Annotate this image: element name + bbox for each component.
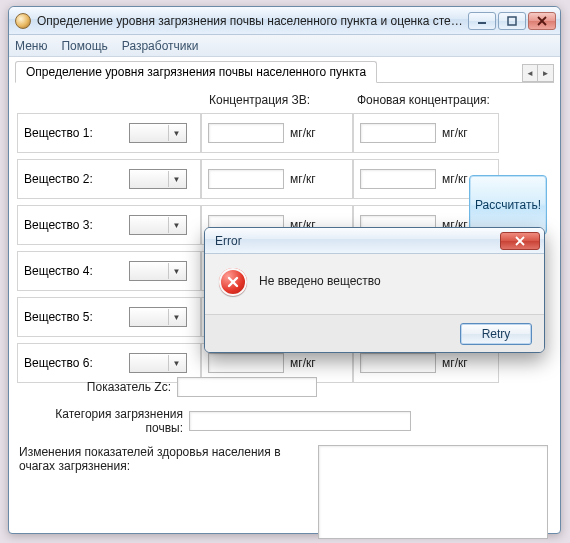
svg-rect-1 [508, 17, 516, 25]
substance-select-1[interactable]: ▼ [129, 123, 187, 143]
tabstrip: Определение уровня загрязнения почвы нас… [15, 61, 554, 83]
lower-panel: Показатель Zc: Категория загрязнения поч… [19, 377, 548, 533]
calculate-button[interactable]: Рассчитать! [469, 175, 547, 235]
unit-label: мг/кг [442, 356, 468, 370]
chevron-down-icon: ▼ [168, 263, 184, 279]
concentration-input-6[interactable] [208, 353, 284, 373]
dialog-title: Error [215, 234, 500, 248]
concentration-input-1[interactable] [208, 123, 284, 143]
background-input-2[interactable] [360, 169, 436, 189]
substance-row-select-2: ▼ [123, 159, 201, 199]
unit-label: мг/кг [290, 126, 316, 140]
substance-label-4: Вещество 4: [17, 251, 123, 291]
unit-label: мг/кг [442, 126, 468, 140]
background-input-6[interactable] [360, 353, 436, 373]
health-input[interactable] [318, 445, 548, 533]
category-label: Категория загрязнения почвы: [19, 407, 183, 435]
chevron-down-icon: ▼ [168, 217, 184, 233]
unit-label: мг/кг [290, 356, 316, 370]
substance-select-6[interactable]: ▼ [129, 353, 187, 373]
close-button[interactable] [528, 12, 556, 30]
category-input[interactable] [189, 411, 411, 431]
minimize-button[interactable] [468, 12, 496, 30]
concentration-cell-1: мг/кг [201, 113, 353, 153]
dialog-message: Не введено вещество [259, 268, 381, 288]
error-icon [219, 268, 247, 296]
substance-label-1: Вещество 1: [17, 113, 123, 153]
health-label: Изменения показателей здоровья населения… [19, 445, 312, 473]
substance-label-5: Вещество 5: [17, 297, 123, 337]
zc-label: Показатель Zc: [19, 380, 171, 394]
zc-input[interactable] [177, 377, 317, 397]
menu-item-help[interactable]: Помощь [61, 39, 107, 53]
dialog-titlebar[interactable]: Error [205, 228, 544, 254]
window-title: Определение уровня загрязнения почвы нас… [37, 14, 468, 28]
concentration-cell-2: мг/кг [201, 159, 353, 199]
menu-item-menu[interactable]: Меню [15, 39, 47, 53]
chevron-down-icon: ▼ [168, 125, 184, 141]
tab-nav: ◄ ► [522, 64, 554, 82]
header-background: Фоновая концентрация: [353, 93, 499, 113]
unit-label: мг/кг [290, 172, 316, 186]
substance-row-select-5: ▼ [123, 297, 201, 337]
substance-row-select-4: ▼ [123, 251, 201, 291]
retry-button[interactable]: Retry [460, 323, 532, 345]
chevron-down-icon: ▼ [168, 355, 184, 371]
menubar: Меню Помощь Разработчики [9, 35, 560, 57]
unit-label: мг/кг [442, 172, 468, 186]
dialog-body: Не введено вещество [205, 254, 544, 314]
substance-select-5[interactable]: ▼ [129, 307, 187, 327]
titlebar[interactable]: Определение уровня загрязнения почвы нас… [9, 7, 560, 35]
chevron-down-icon: ▼ [168, 171, 184, 187]
substance-row-select-3: ▼ [123, 205, 201, 245]
dialog-close-button[interactable] [500, 232, 540, 250]
dialog-footer: Retry [205, 314, 544, 352]
app-icon [15, 13, 31, 29]
substance-select-3[interactable]: ▼ [129, 215, 187, 235]
tab-next-button[interactable]: ► [538, 64, 554, 82]
background-cell-1: мг/кг [353, 113, 499, 153]
substance-row-select-1: ▼ [123, 113, 201, 153]
concentration-input-2[interactable] [208, 169, 284, 189]
maximize-button[interactable] [498, 12, 526, 30]
error-dialog: Error Не введено вещество Retry [204, 227, 545, 353]
tab-prev-button[interactable]: ◄ [522, 64, 538, 82]
background-input-1[interactable] [360, 123, 436, 143]
substance-select-2[interactable]: ▼ [129, 169, 187, 189]
grid-header: Концентрация ЗВ: Фоновая концентрация: [17, 93, 552, 113]
substance-label-3: Вещество 3: [17, 205, 123, 245]
substance-select-4[interactable]: ▼ [129, 261, 187, 281]
substance-label-2: Вещество 2: [17, 159, 123, 199]
menu-item-devs[interactable]: Разработчики [122, 39, 199, 53]
window-controls [468, 12, 560, 30]
tab-main[interactable]: Определение уровня загрязнения почвы нас… [15, 61, 377, 83]
header-concentration: Концентрация ЗВ: [201, 93, 353, 113]
chevron-down-icon: ▼ [168, 309, 184, 325]
